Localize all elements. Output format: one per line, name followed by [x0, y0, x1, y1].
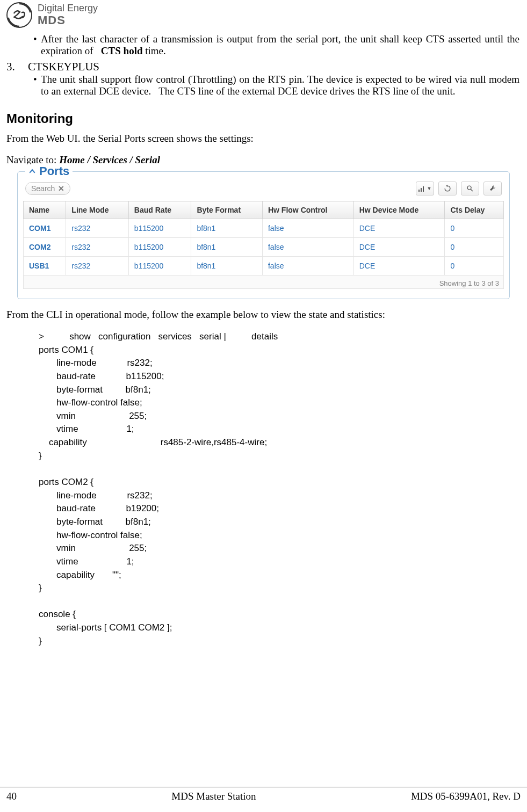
bullet-dot: • [33, 33, 41, 57]
svg-rect-2 [421, 188, 422, 192]
panel-toolbar: Search ✕ ▼ [23, 177, 504, 201]
monitoring-para: From the Web UI. the Serial Ports screen… [6, 133, 521, 144]
col-baud-rate[interactable]: Baud Rate [128, 201, 191, 219]
list-label: CTSKEYPLUS [28, 60, 99, 74]
col-cts-delay[interactable]: Cts Delay [445, 201, 504, 219]
refresh-icon [444, 185, 451, 192]
settings-button[interactable] [483, 182, 502, 195]
panel-title: Ports [39, 164, 69, 178]
table-header-row: Name Line Mode Baud Rate Byte Format Hw … [24, 201, 504, 219]
numbered-item-3: 3. CTSKEYPLUS [6, 60, 521, 74]
bullet-text: The unit shall support flow control (Thr… [41, 74, 519, 97]
list-number: 3. [6, 60, 28, 74]
search-icon [466, 185, 474, 192]
svg-point-0 [7, 3, 32, 27]
document-header: Digital Energy MDS [0, 0, 527, 29]
footer-right: MDS 05-6399A01, Rev. D [411, 791, 521, 802]
col-hw-device[interactable]: Hw Device Mode [353, 201, 445, 219]
navigate-line: Navigate to: Home / Services / Serial [6, 154, 521, 166]
cell-hw-device: DCE [353, 257, 445, 276]
col-byte-format[interactable]: Byte Format [191, 201, 263, 219]
cell-line-mode: rs232 [66, 219, 129, 238]
ge-logo-icon [6, 2, 32, 28]
cell-cts-delay: 0 [445, 257, 504, 276]
cell-baud-rate: b115200 [128, 238, 191, 257]
cell-byte-format: bf8n1 [191, 238, 263, 257]
ports-table: Name Line Mode Baud Rate Byte Format Hw … [23, 201, 504, 276]
svg-point-4 [467, 186, 471, 190]
text-bold: CTS hold [101, 45, 143, 56]
brand-line1: Digital Energy [38, 3, 98, 14]
page-footer: 40 MDS Master Station MDS 05-6399A01, Re… [0, 787, 527, 802]
cell-name: USB1 [24, 257, 66, 276]
nav-prefix: Navigate to: [6, 154, 59, 165]
cell-line-mode: rs232 [66, 257, 129, 276]
page-number: 40 [6, 791, 17, 802]
cell-byte-format: bf8n1 [191, 257, 263, 276]
collapse-icon[interactable] [28, 168, 36, 175]
svg-rect-1 [418, 190, 420, 192]
bullet-text: After the last character of a transmissi… [41, 33, 519, 57]
svg-line-5 [471, 189, 473, 191]
table-footer: Showing 1 to 3 of 3 [23, 276, 504, 289]
cell-byte-format: bf8n1 [191, 219, 263, 238]
wrench-icon [489, 185, 496, 192]
signal-dropdown-button[interactable]: ▼ [416, 182, 434, 195]
cli-output: > show configuration services serial | d… [39, 330, 521, 648]
col-line-mode[interactable]: Line Mode [66, 201, 129, 219]
table-row[interactable]: USB1 rs232 b115200 bf8n1 false DCE 0 [24, 257, 504, 276]
search-input[interactable]: Search ✕ [25, 182, 70, 195]
text-fragment: time. [142, 45, 165, 56]
signal-icon [418, 185, 426, 192]
toolbar-buttons: ▼ [416, 182, 502, 195]
col-hw-flow[interactable]: Hw Flow Control [262, 201, 353, 219]
cell-cts-delay: 0 [445, 219, 504, 238]
brand-text: Digital Energy MDS [38, 3, 98, 27]
bullet-item: • The unit shall support flow control (T… [33, 74, 519, 97]
col-name[interactable]: Name [24, 201, 66, 219]
refresh-button[interactable] [438, 182, 457, 195]
cell-name: COM1 [24, 219, 66, 238]
cell-baud-rate: b115200 [128, 257, 191, 276]
dropdown-caret-icon: ▼ [427, 186, 432, 191]
cli-intro: From the CLI in operational mode, follow… [6, 309, 521, 321]
cell-hw-flow: false [262, 219, 353, 238]
cell-hw-device: DCE [353, 219, 445, 238]
search-placeholder: Search [31, 184, 55, 193]
footer-center: MDS Master Station [171, 791, 256, 802]
clear-search-icon[interactable]: ✕ [58, 184, 64, 193]
brand-line2: MDS [38, 14, 98, 27]
cell-hw-flow: false [262, 238, 353, 257]
table-row[interactable]: COM1 rs232 b115200 bf8n1 false DCE 0 [24, 219, 504, 238]
bullet-dot: • [33, 74, 41, 97]
cell-hw-device: DCE [353, 238, 445, 257]
cell-line-mode: rs232 [66, 238, 129, 257]
cell-hw-flow: false [262, 257, 353, 276]
bullet-item: • After the last character of a transmis… [33, 33, 519, 57]
search-button[interactable] [461, 182, 479, 195]
cell-name: COM2 [24, 238, 66, 257]
cell-baud-rate: b115200 [128, 219, 191, 238]
nav-path: Home / Services / Serial [59, 154, 160, 165]
monitoring-heading: Monitoring [6, 111, 521, 126]
cell-cts-delay: 0 [445, 238, 504, 257]
svg-rect-3 [423, 186, 424, 192]
table-row[interactable]: COM2 rs232 b115200 bf8n1 false DCE 0 [24, 238, 504, 257]
panel-title-wrap: Ports [25, 164, 73, 178]
ports-panel: Ports Search ✕ ▼ [17, 171, 510, 299]
